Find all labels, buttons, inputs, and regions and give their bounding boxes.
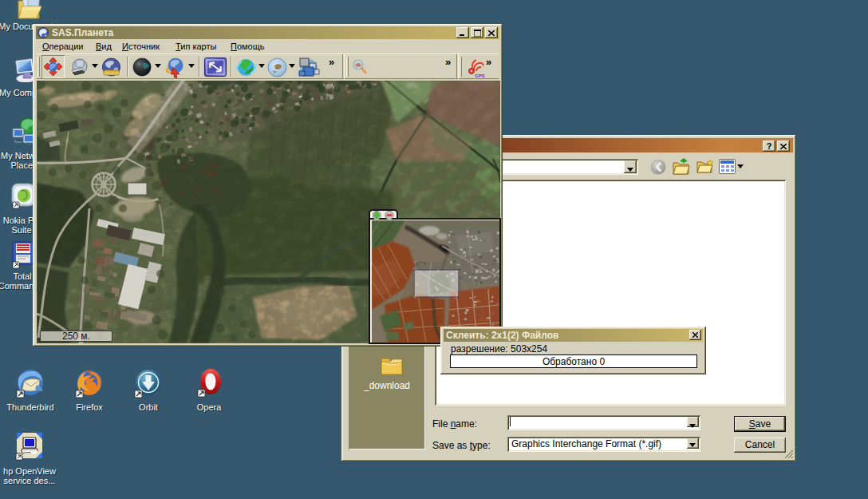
svg-text:GPS: GPS [475, 73, 485, 78]
